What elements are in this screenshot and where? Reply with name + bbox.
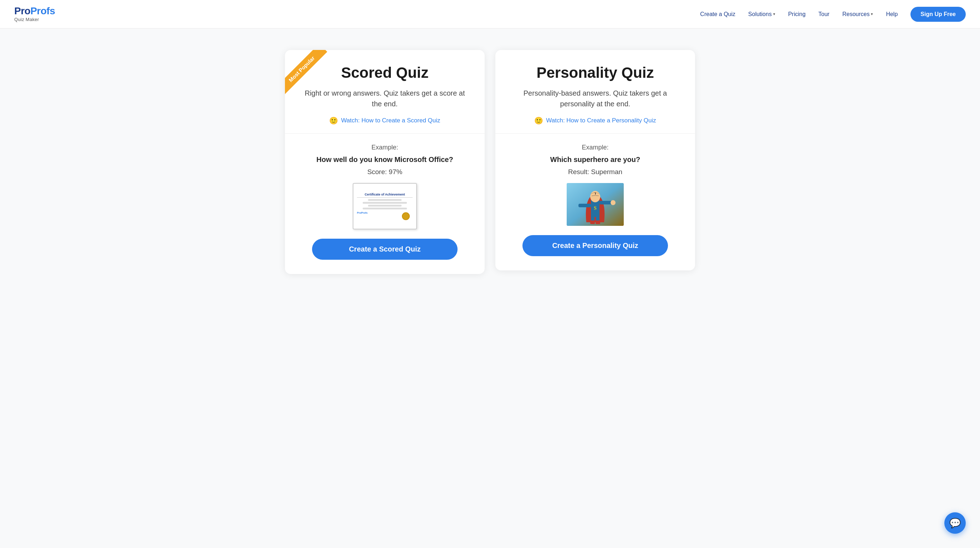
svg-rect-6 (595, 220, 600, 224)
chat-bubble-icon: 💬 (949, 518, 961, 529)
play-icon: 🙂 (329, 116, 338, 125)
personality-example-result: Result: Superman (568, 168, 622, 176)
logo-subtitle: Quiz Maker (14, 17, 55, 22)
logo-profs: Profs (30, 5, 55, 16)
signup-button[interactable]: Sign Up Free (910, 7, 966, 22)
personality-example-label: Example: (582, 144, 608, 151)
nav-create-quiz[interactable]: Create a Quiz (700, 11, 735, 18)
personality-example-question: Which superhero are you? (550, 156, 640, 164)
chat-support-button[interactable]: 💬 (944, 512, 966, 534)
personality-quiz-title: Personality Quiz (510, 64, 681, 81)
main-content: Most Popular Scored Quiz Right or wrong … (240, 29, 740, 303)
solutions-chevron-icon: ▾ (773, 12, 775, 16)
personality-quiz-card: Personality Quiz Personality-based answe… (495, 50, 695, 271)
svg-rect-7 (600, 201, 612, 204)
header: ProProfs Quiz Maker Create a Quiz Soluti… (0, 0, 980, 29)
nav-solutions[interactable]: Solutions ▾ (748, 11, 775, 18)
superman-svg: S (567, 183, 624, 226)
scored-card-bottom: Example: How well do you know Microsoft … (285, 134, 485, 274)
nav-tour[interactable]: Tour (818, 11, 829, 18)
scored-quiz-description: Right or wrong answers. Quiz takers get … (299, 88, 470, 109)
scored-example-result: Score: 97% (368, 168, 402, 176)
personality-watch-link[interactable]: 🙂 Watch: How to Create a Personality Qui… (534, 116, 656, 125)
scored-card-top: Scored Quiz Right or wrong answers. Quiz… (285, 50, 485, 134)
nav-resources[interactable]: Resources ▾ (842, 11, 873, 18)
svg-text:S: S (594, 206, 597, 211)
resources-chevron-icon: ▾ (871, 12, 873, 16)
logo-pro: Pro (14, 5, 30, 16)
personality-card-top: Personality Quiz Personality-based answe… (495, 50, 695, 134)
nav-help[interactable]: Help (886, 11, 897, 18)
svg-rect-5 (590, 220, 595, 224)
svg-point-8 (611, 200, 616, 205)
scored-example-question: How well do you know Microsoft Office? (316, 156, 453, 164)
scored-example-label: Example: (371, 144, 398, 151)
scored-watch-link[interactable]: 🙂 Watch: How to Create a Scored Quiz (329, 116, 440, 125)
personality-card-bottom: Example: Which superhero are you? Result… (495, 134, 695, 271)
superman-image: S (567, 183, 624, 226)
personality-quiz-description: Personality-based answers. Quiz takers g… (510, 88, 681, 109)
create-scored-quiz-button[interactable]: Create a Scored Quiz (312, 239, 458, 260)
cert-seal-icon (402, 212, 410, 220)
scored-quiz-card: Most Popular Scored Quiz Right or wrong … (285, 50, 485, 274)
nav-pricing[interactable]: Pricing (788, 11, 806, 18)
create-personality-quiz-button[interactable]: Create a Personality Quiz (522, 235, 668, 256)
play-icon-2: 🙂 (534, 116, 543, 125)
scored-quiz-title: Scored Quiz (299, 64, 470, 81)
certificate-image: Certificate of Achievement ProProfs (353, 183, 417, 229)
main-nav: Create a Quiz Solutions ▾ Pricing Tour R… (700, 7, 966, 22)
svg-rect-9 (578, 204, 591, 207)
logo: ProProfs Quiz Maker (14, 6, 55, 22)
